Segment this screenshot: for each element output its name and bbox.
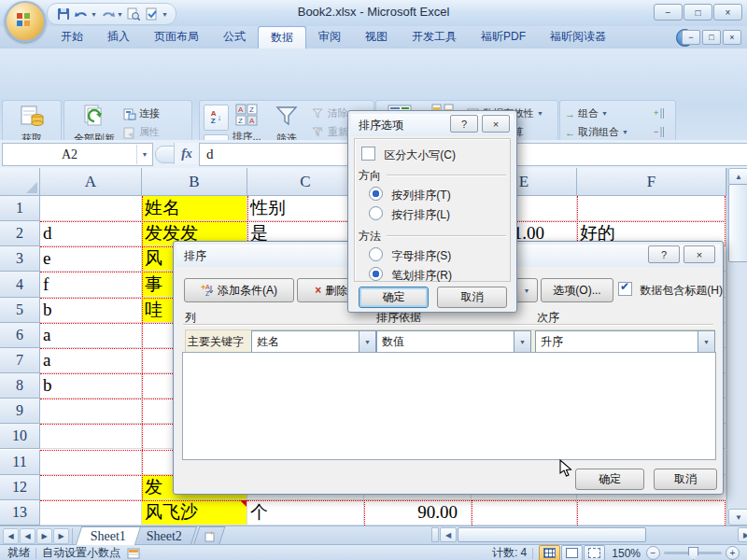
tab-split-handle[interactable]: [431, 527, 439, 542]
cell-A5[interactable]: b: [40, 298, 142, 323]
cell-D13[interactable]: 90.00: [364, 500, 472, 525]
cell-B13[interactable]: 风飞沙: [142, 500, 247, 525]
cell-A13[interactable]: [40, 500, 142, 525]
select-all-corner[interactable]: [0, 168, 40, 196]
row-header-11[interactable]: 11: [0, 450, 40, 475]
hide-detail-button[interactable]: −: [653, 123, 667, 141]
group-button[interactable]: → 组合 ▼: [565, 105, 608, 122]
cell-A1[interactable]: [40, 196, 142, 221]
name-box-dropdown-icon[interactable]: ▼: [136, 145, 152, 164]
zoom-level[interactable]: 150%: [612, 547, 641, 560]
options-ok-button[interactable]: 确定: [359, 287, 429, 308]
ungroup-button[interactable]: ← 取消组合 ▼: [565, 123, 628, 141]
zoom-slider[interactable]: [664, 552, 722, 554]
ribbon-tab-福昕阅读器[interactable]: 福昕阅读器: [538, 26, 618, 49]
stroke-sort-row[interactable]: 笔划排序(R): [369, 267, 452, 284]
sort-by-column-row[interactable]: 按列排序(T): [369, 187, 451, 203]
sort-options-help-icon[interactable]: ?: [450, 115, 478, 133]
ribbon-tab-视图[interactable]: 视图: [353, 26, 400, 49]
header-checkbox[interactable]: [618, 282, 632, 296]
column-header-F[interactable]: F: [577, 168, 726, 196]
first-sheet-icon[interactable]: ◀: [3, 528, 19, 544]
cell-C13[interactable]: 个: [247, 500, 364, 525]
page-layout-view-button[interactable]: [561, 545, 583, 560]
sort-ok-button[interactable]: 确定: [575, 469, 644, 490]
ribbon-tab-页面布局[interactable]: 页面布局: [142, 26, 211, 49]
sort-on-select[interactable]: 数值 ▼: [376, 330, 531, 353]
prev-sheet-icon[interactable]: ◀: [20, 528, 35, 544]
cell-F1[interactable]: [577, 196, 726, 221]
sort-by-row-row[interactable]: 按行排序(L): [369, 206, 450, 223]
sort-ascending-button[interactable]: AZ ↓: [204, 105, 229, 131]
normal-view-button[interactable]: [539, 545, 560, 560]
cell-A11[interactable]: [40, 450, 142, 475]
row-header-2[interactable]: 2: [0, 221, 40, 246]
office-button[interactable]: [5, 1, 46, 42]
last-sheet-icon[interactable]: ▶: [53, 528, 69, 544]
filter-button[interactable]: 筛选: [266, 104, 307, 145]
ribbon-tab-审阅[interactable]: 审阅: [306, 26, 353, 49]
options-cancel-button[interactable]: 取消: [437, 287, 507, 308]
horizontal-scrollbar[interactable]: ◀ ▶: [431, 527, 747, 542]
sort-cancel-button[interactable]: 取消: [654, 469, 717, 490]
sort-levels-list[interactable]: [182, 352, 716, 460]
sort-options-close-icon[interactable]: ×: [482, 115, 510, 133]
row-header-4[interactable]: 4: [0, 272, 40, 297]
macro-record-icon[interactable]: [126, 546, 140, 560]
cell-E13[interactable]: [472, 500, 577, 525]
row-header-3[interactable]: 3: [0, 246, 40, 272]
row-header-12[interactable]: 12: [0, 475, 40, 500]
cell-A8[interactable]: b: [40, 373, 142, 399]
add-level-button[interactable]: +AZ 添加条件(A): [184, 278, 294, 302]
insert-worksheet-tab[interactable]: [193, 526, 226, 546]
alpha-sort-radio[interactable]: [369, 247, 383, 261]
column-header-B[interactable]: B: [142, 168, 247, 196]
case-sensitive-row[interactable]: 区分大小写(C): [361, 147, 456, 163]
cell-A3[interactable]: e: [40, 246, 142, 272]
row-header-5[interactable]: 5: [0, 298, 40, 323]
ribbon-tab-数据[interactable]: 数据: [258, 26, 306, 49]
header-checkbox-row[interactable]: 数据包含标题(H): [618, 282, 723, 299]
cell-A10[interactable]: [40, 424, 142, 449]
cell-A6[interactable]: a: [40, 323, 142, 348]
workbook-restore-button[interactable]: □: [702, 30, 721, 45]
show-detail-button[interactable]: +: [653, 105, 667, 122]
options-button[interactable]: 选项(O)...: [541, 278, 613, 302]
ribbon-tab-福昕PDF[interactable]: 福昕PDF: [469, 26, 538, 49]
connections-button[interactable]: 连接: [122, 105, 160, 122]
sort-on-dropdown-icon[interactable]: ▼: [514, 331, 530, 352]
ribbon-tab-插入[interactable]: 插入: [95, 26, 142, 49]
insert-function-button[interactable]: fx: [174, 143, 199, 164]
row-header-9[interactable]: 9: [0, 399, 40, 424]
workbook-close-button[interactable]: ×: [723, 30, 741, 45]
next-sheet-icon[interactable]: ▶: [36, 528, 52, 544]
cell-A2[interactable]: d: [40, 221, 142, 246]
scroll-left-icon[interactable]: ◀: [440, 527, 457, 542]
cell-A12[interactable]: [40, 475, 142, 500]
minimize-button[interactable]: −: [654, 4, 683, 21]
sort-order-dropdown-icon[interactable]: ▼: [698, 331, 714, 352]
workbook-minimize-button[interactable]: −: [682, 30, 700, 45]
row-header-1[interactable]: 1: [0, 196, 40, 221]
scroll-right-icon[interactable]: ▶: [738, 527, 747, 542]
sort-by-column-radio[interactable]: [369, 187, 383, 201]
scroll-down-icon[interactable]: ▼: [728, 509, 747, 525]
cell-A4[interactable]: f: [40, 272, 142, 297]
move-down-button[interactable]: ▼: [515, 278, 538, 302]
row-header-8[interactable]: 8: [0, 373, 40, 399]
zoom-out-icon[interactable]: −: [646, 546, 660, 560]
row-header-6[interactable]: 6: [0, 323, 40, 348]
zoom-slider-thumb[interactable]: [688, 547, 698, 560]
scroll-up-icon[interactable]: ▲: [728, 168, 747, 185]
sort-by-row-radio[interactable]: [369, 206, 383, 220]
horizontal-scroll-thumb[interactable]: [458, 527, 646, 542]
case-sensitive-checkbox[interactable]: [361, 147, 375, 161]
sort-key-select[interactable]: 姓名 ▼: [251, 330, 376, 353]
row-header-7[interactable]: 7: [0, 348, 40, 373]
stroke-sort-radio[interactable]: [369, 267, 383, 281]
sheet-tab-Sheet2[interactable]: Sheet2: [132, 526, 198, 545]
maximize-button[interactable]: □: [684, 4, 712, 21]
alpha-sort-row[interactable]: 字母排序(S): [369, 247, 451, 264]
sort-key-dropdown-icon[interactable]: ▼: [359, 331, 375, 352]
vertical-scroll-thumb[interactable]: [728, 184, 747, 262]
